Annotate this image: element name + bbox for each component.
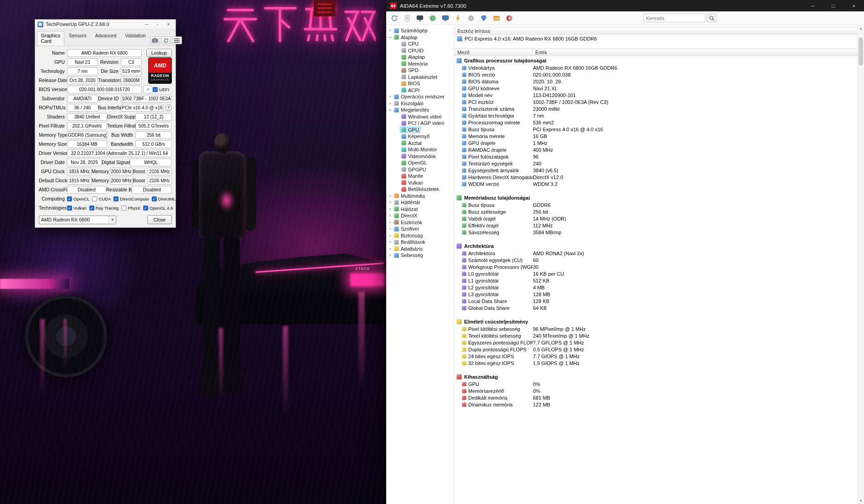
aida-field-row[interactable]: Workgroup Processors (WGP)30 <box>455 263 857 270</box>
osd-icon[interactable]: OSD <box>491 13 502 24</box>
search-button[interactable] <box>707 14 716 22</box>
aida-field-row[interactable]: VideokártyaAMD Radeon RX 6800 16GB GDDR6 <box>455 64 857 71</box>
search-input[interactable] <box>643 14 705 22</box>
chevron-right-icon[interactable]: › <box>388 247 393 251</box>
tree-item-spd[interactable]: SPD <box>386 67 454 74</box>
aida-field-row[interactable]: Memória mérete16 GB <box>455 133 857 139</box>
tree-item-alaplap[interactable]: ›Alaplap <box>386 34 454 41</box>
tree-item-biztonsag[interactable]: ›Biztonság <box>386 232 454 239</box>
chevron-right-icon[interactable]: › <box>388 226 393 231</box>
scrollbar[interactable]: ▲ ▼ <box>857 25 864 504</box>
aida64-maximize-button[interactable]: □ <box>823 0 843 11</box>
tree-item-mantle[interactable]: Mantle <box>386 173 454 180</box>
tree-item-alaplap[interactable]: Alaplap <box>386 54 454 61</box>
scroll-up-button[interactable]: ▲ <box>858 25 864 32</box>
tree-item-beallitasok[interactable]: ›Beállítások <box>386 239 454 246</box>
section-header-grafikus-processzor-tulajdonsagai[interactable]: Grafikus processzor tulajdonságai <box>455 57 857 64</box>
chevron-right-icon[interactable]: › <box>388 233 393 238</box>
aida-field-row[interactable]: L0 gyorsítótár16 KB per CU <box>455 270 857 277</box>
tree-item-bios[interactable]: BIOS <box>386 80 454 87</box>
benchmark-icon[interactable] <box>453 13 464 24</box>
aida-field-row[interactable]: Gyártási technológia7 nm <box>455 112 857 119</box>
memory-benchmark-icon[interactable] <box>427 13 438 24</box>
aida64-close-button[interactable]: × <box>843 0 864 11</box>
aida-field-row[interactable]: BIOS verzió020.001.000.038 <box>455 71 857 78</box>
checkbox-directml[interactable]: ✓DirectML <box>152 196 176 201</box>
tree-item-pci-agp-video[interactable]: PCI / AGP videó <box>386 120 454 127</box>
sensorpanel-icon[interactable] <box>504 13 515 24</box>
aida64-minimize-button[interactable]: ─ <box>802 0 823 11</box>
menu-icon[interactable] <box>172 36 182 44</box>
tree-item-lapkakeszlet[interactable]: Lapkakészlet <box>386 74 454 81</box>
aida-field-row[interactable]: Busz szélessége256 bit <box>455 208 857 215</box>
refresh-icon[interactable] <box>389 13 400 24</box>
chevron-right-icon[interactable]: › <box>388 207 393 211</box>
aida64-titlebar[interactable]: 64 AIDA64 Extreme v7.60.7300 ─ □ × <box>386 0 864 11</box>
chevron-right-icon[interactable]: › <box>388 200 393 205</box>
aida-field-row[interactable]: Pixel kitöltési sebesség96 MPixel/mp @ 1… <box>455 325 857 332</box>
aida-field-row[interactable]: Texel kitöltési sebesség240 MTexel/mp @ … <box>455 332 857 339</box>
tree-item-acpi[interactable]: ACPI <box>386 87 454 94</box>
aida-field-row[interactable]: RAMDAC órajele400 MHz <box>455 146 857 153</box>
gpuz-titlebar[interactable]: TechPowerUp GPU-Z 2.68.0 ─ ▫ × <box>35 20 176 29</box>
tree-item-hattertar[interactable]: ›Háttértár <box>386 199 454 206</box>
aida-field-row[interactable]: L1 gyorsítótár512 KB <box>455 277 857 284</box>
aida-field-row[interactable]: Global Data Share64 KB <box>455 304 857 311</box>
aida-field-row[interactable]: Memóriavezérlő0% <box>455 387 857 394</box>
chevron-right-icon[interactable]: › <box>388 253 393 257</box>
chevron-right-icon[interactable]: › <box>388 28 393 33</box>
summary-icon[interactable] <box>414 13 425 24</box>
aida-field-row[interactable]: Pixel futószalagok96 <box>455 153 857 160</box>
scroll-down-button[interactable]: ▼ <box>858 497 864 504</box>
tree-item-cpuid[interactable]: CPUID <box>386 47 454 54</box>
chevron-right-icon[interactable]: › <box>388 240 393 244</box>
aida-field-row[interactable]: Textúrázó egységek240 <box>455 160 857 167</box>
gpuz-minimize-button[interactable]: ─ <box>142 21 151 28</box>
aida-field-row[interactable]: Dupla pontosságú FLOPS0.5 GFLOPS @ 1 MHz <box>455 346 857 353</box>
aida-field-row[interactable]: GPU órajele1 MHz <box>455 139 857 146</box>
tree-item-memoria[interactable]: Memória <box>386 61 454 67</box>
section-header-architektura[interactable]: Architektúra <box>455 242 857 250</box>
export-bios-icon[interactable]: ↗ <box>143 86 152 93</box>
chevron-right-icon[interactable]: › <box>388 94 393 99</box>
tree-item-cpu[interactable]: CPU <box>386 41 454 47</box>
section-header-kihasznaltsag[interactable]: Kihasználtság <box>455 373 857 381</box>
help-button[interactable]: ? <box>165 104 172 111</box>
aida-field-row[interactable]: L3 gyorsítótár128 MB <box>455 291 857 298</box>
checkbox-vulkan[interactable]: ✓Vulkan <box>67 206 87 211</box>
checkbox-opengl-4-6[interactable]: ✓OpenGL 4.6 <box>143 206 173 211</box>
tree-item-gpgpu[interactable]: GPGPU <box>386 166 454 173</box>
gpuz-close-button[interactable]: × <box>164 21 173 28</box>
checkbox-opencl[interactable]: ✓OpenCL <box>67 196 89 201</box>
tree-item-gpu[interactable]: GPU <box>386 127 454 134</box>
aida-field-row[interactable]: Egységesített árnyalók3840 (v6.5) <box>455 167 857 174</box>
device-row[interactable]: PCI Express 4.0 x16: AMD Radeon RX 6800 … <box>455 35 857 43</box>
tree-item-vulkan[interactable]: Vulkan <box>386 180 454 186</box>
lookup-button[interactable]: Lookup <box>146 49 172 57</box>
tree-item-szoftver[interactable]: ›Szoftver <box>386 226 454 232</box>
aida-field-row[interactable]: Modell név113-D4120900-101 <box>455 92 857 98</box>
aida-field-row[interactable]: PCI eszköz1002-73BF / 1002-0E3A (Rev C3) <box>455 98 857 105</box>
aida-field-row[interactable]: Tranzisztorok száma23000 millió <box>455 105 857 112</box>
checkbox-physx[interactable]: PhysX <box>121 206 140 211</box>
chevron-right-icon[interactable]: › <box>388 220 393 225</box>
aida-field-row[interactable]: WDDM verzióWDDM 3.2 <box>455 180 857 187</box>
tree-item-betukeszletek[interactable]: Betűkészletek <box>386 186 454 193</box>
report-icon[interactable] <box>402 13 413 24</box>
tree-item-sebesseg[interactable]: ›Sebesség <box>386 252 454 259</box>
tree-item-adatbazis[interactable]: ›Adatbázis <box>386 246 454 252</box>
gpu-select-dropdown[interactable]: AMD Radeon RX 6800 ▾ <box>39 216 116 224</box>
tab-validation[interactable]: Validation <box>121 31 150 46</box>
aida-field-row[interactable]: ArchitektúraAMD RDNA2 (Navi 2x) <box>455 250 857 257</box>
diagnostics-icon[interactable] <box>478 13 489 24</box>
scrollbar-thumb[interactable] <box>859 37 863 66</box>
tree-item-operacios-rendszer[interactable]: ›Operációs rendszer <box>386 93 454 100</box>
section-header-memoriabusz-tulajdonsagai[interactable]: Memóriabusz tulajdonságai <box>455 194 857 201</box>
checkbox-directcompute[interactable]: ✓DirectCompute <box>114 196 149 201</box>
close-button[interactable]: Close <box>147 215 172 224</box>
section-header-elmeleti-csucsteljesitmeny[interactable]: Elméleti csúcsteljesítmény <box>455 318 857 325</box>
checkbox-ray-tracing[interactable]: ✓Ray Tracing <box>89 206 119 211</box>
tree-item-halozat[interactable]: ›Hálózat <box>386 206 454 213</box>
refresh-icon[interactable] <box>161 36 171 44</box>
tree-item-opengl[interactable]: OpenGL <box>386 159 454 166</box>
